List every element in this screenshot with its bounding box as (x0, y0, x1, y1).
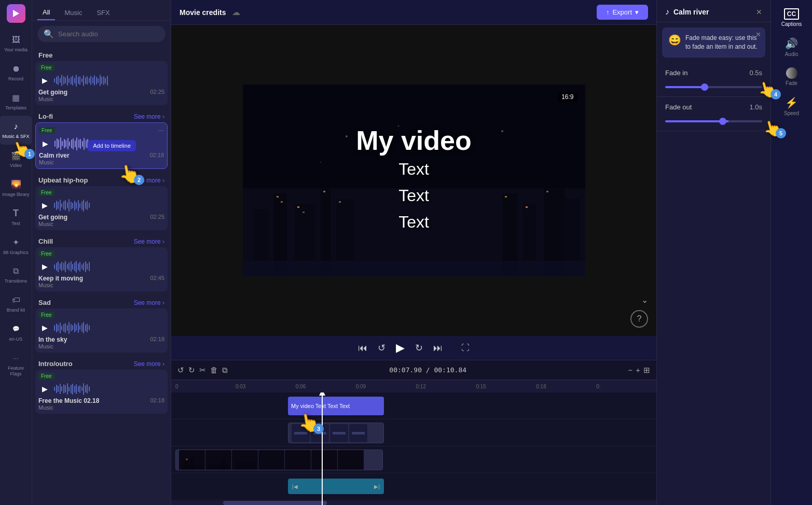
video-clip-1[interactable] (288, 423, 384, 443)
templates-icon: ▦ (10, 92, 22, 104)
text-icon: T (10, 208, 22, 219)
undo-button[interactable]: ↺ (177, 366, 184, 375)
svg-rect-45 (258, 450, 284, 470)
video-preview: My video TextTextText 16:9 (243, 85, 585, 276)
sidebar-item-graphics[interactable]: ✦ 88 Graphics (0, 232, 32, 261)
sidebar-item-your-media[interactable]: 🖼 Your media (0, 29, 32, 58)
panel-tabs: All Music SFX (32, 0, 171, 21)
video-clip-2[interactable] (175, 450, 383, 470)
section-title-chill: Chill (38, 237, 53, 245)
see-more-lofi[interactable]: See more › (134, 113, 164, 120)
fade-out-slider[interactable] (665, 120, 762, 122)
track-row-text: My video Text Text Text (171, 392, 656, 419)
right-tool-captions[interactable]: CC Captions (775, 4, 808, 31)
fade-out-control: Fade out 1.0s (657, 97, 770, 131)
close-props-button[interactable]: ✕ (756, 8, 762, 16)
sidebar-item-music[interactable]: ♪ Music & SFX (0, 116, 32, 145)
cloud-icon: ☁ (232, 7, 240, 17)
section-title-intro: Intro/outro (38, 360, 73, 368)
help-button[interactable]: ? (630, 310, 648, 328)
see-more-intro[interactable]: See more › (134, 360, 164, 368)
timeline-scrollbar[interactable] (171, 501, 656, 505)
play-pause-button[interactable]: ▶ (396, 341, 405, 355)
zoom-controls: − + ⊞ (628, 366, 650, 375)
expand-button[interactable]: ⌄ (641, 295, 648, 305)
play-button[interactable]: ▶ (38, 321, 51, 334)
svg-rect-16 (323, 191, 325, 192)
skip-forward-button[interactable]: ⏭ (433, 343, 443, 354)
delete-button[interactable]: 🗑 (210, 366, 218, 374)
play-button[interactable]: ▶ (38, 260, 51, 273)
transitions-icon: ⧉ (10, 265, 22, 277)
right-tool-speed[interactable]: ⚡ Speed (775, 92, 808, 120)
section-free: Free (35, 47, 168, 61)
track-duration: 02:18 (150, 397, 164, 404)
scrollbar-thumb[interactable] (223, 501, 327, 505)
rewind-5s-button[interactable]: ↺ (378, 342, 386, 354)
timeline-ruler: 0 0:03 0:06 0:09 0:12 0:15 0:18 0: (171, 380, 656, 392)
tab-sfx[interactable]: SFX (91, 5, 115, 20)
svg-rect-20 (546, 191, 548, 192)
audio-clip-end: ▶| (374, 484, 380, 489)
tooltip-emoji: 😄 (668, 34, 681, 46)
music-nav-icon: ♪ (10, 121, 22, 132)
fit-view-button[interactable]: ⊞ (643, 366, 650, 375)
free-badge: Free (38, 250, 54, 257)
track-duration: 02:18 (150, 336, 164, 343)
sidebar-item-text[interactable]: T Text (0, 203, 32, 232)
cut-button[interactable]: ✂ (199, 366, 206, 375)
track-duration: 02:45 (150, 275, 164, 282)
fullscreen-button[interactable]: ⛶ (461, 343, 470, 353)
svg-rect-18 (505, 196, 507, 198)
svg-rect-48 (338, 450, 364, 470)
see-more-chill[interactable]: See more › (134, 238, 164, 245)
forward-5s-button[interactable]: ↻ (415, 342, 423, 354)
search-input[interactable] (58, 30, 159, 38)
sidebar-item-brand[interactable]: 🏷 Brand kit (0, 289, 32, 318)
play-button[interactable]: ▶ (38, 383, 51, 395)
sidebar-item-video[interactable]: 🎬 Video (0, 145, 32, 174)
app-logo (7, 4, 25, 23)
sidebar-item-record[interactable]: ⏺ Record (0, 58, 32, 87)
image-icon: 🌄 (10, 179, 22, 190)
ruler-mark: 0:18 (536, 384, 596, 389)
svg-rect-32 (333, 432, 346, 434)
section-title-sad: Sad (38, 299, 51, 306)
sidebar-item-label: Image library (2, 192, 29, 198)
see-more-upbeat[interactable]: See more › (134, 177, 164, 184)
audio-panel: All Music SFX 🔍 Free Free ▶ (32, 0, 171, 505)
track-name: In the sky (38, 336, 67, 343)
zoom-in-button[interactable]: + (636, 366, 640, 375)
fade-in-label: Fade in (665, 69, 687, 77)
track-item: Free ▶ Get going 02:25 Music (35, 61, 168, 105)
track-row-audio: |◀ ▶| (171, 473, 656, 500)
tab-all[interactable]: All (37, 5, 55, 20)
sidebar-item-image[interactable]: 🌄 Image library (0, 174, 32, 203)
fade-in-slider[interactable] (665, 86, 762, 88)
audio-clip[interactable]: |◀ ▶| (288, 479, 384, 494)
sidebar-item-transitions[interactable]: ⧉ Transitions (0, 260, 32, 289)
export-button[interactable]: ↑ Export ▾ (597, 5, 648, 20)
redo-button[interactable]: ↻ (188, 366, 195, 375)
skip-back-button[interactable]: ⏮ (358, 343, 367, 354)
play-button[interactable]: ▶ (39, 137, 51, 150)
sidebar-item-templates[interactable]: ▦ Templates (0, 87, 32, 116)
right-tool-audio[interactable]: 🔊 Audio (775, 33, 808, 61)
play-button[interactable]: ▶ (38, 74, 51, 87)
add-to-timeline-button[interactable]: Add to timeline (88, 140, 136, 151)
see-more-sad[interactable]: See more › (134, 299, 164, 306)
zoom-out-button[interactable]: − (628, 366, 632, 375)
tooltip-close-button[interactable]: ✕ (755, 31, 761, 38)
text-clip[interactable]: My video Text Text Text (288, 397, 384, 415)
track-duration: 02:25 (150, 214, 164, 221)
sidebar-item-language[interactable]: 💬 en-US (0, 318, 32, 347)
play-button[interactable]: ▶ (38, 199, 51, 212)
tab-music[interactable]: Music (59, 5, 87, 20)
duplicate-button[interactable]: ⧉ (222, 366, 228, 375)
sidebar-item-feature[interactable]: ··· Feature Flags (0, 347, 32, 382)
svg-rect-13 (281, 201, 283, 203)
more-options-icon[interactable]: ··· (158, 126, 164, 134)
right-tool-fade[interactable]: Fade (775, 63, 808, 90)
music-props-icon: ♪ (665, 7, 669, 17)
video-title: My video (356, 125, 472, 156)
